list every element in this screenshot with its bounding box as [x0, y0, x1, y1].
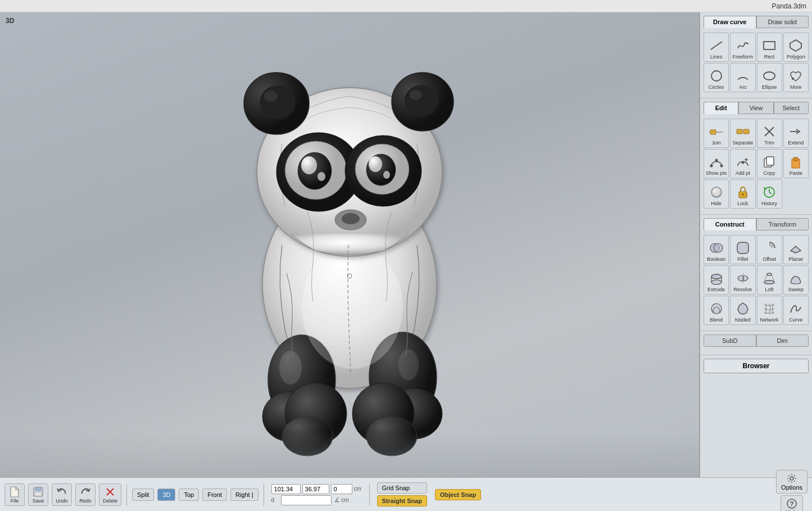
- help-button[interactable]: ? Help: [781, 495, 804, 511]
- coord-z-input[interactable]: [331, 484, 352, 494]
- separator-2: [264, 483, 264, 506]
- dim-btn[interactable]: Dim: [756, 334, 809, 347]
- blend-tool[interactable]: Blend: [704, 296, 729, 325]
- svg-line-32: [711, 42, 722, 49]
- fillet-icon: [735, 240, 751, 256]
- more-draw-tool[interactable]: More: [783, 63, 809, 92]
- revolve-tool[interactable]: Revolve: [730, 265, 755, 295]
- draw-solid-tab[interactable]: Draw solid: [756, 16, 809, 28]
- svg-point-74: [764, 281, 774, 284]
- boolean-tool[interactable]: Boolean: [704, 235, 729, 264]
- options-button[interactable]: Options: [776, 470, 808, 494]
- polygon-tool[interactable]: Polygon: [783, 33, 809, 62]
- subd-btn[interactable]: SubD: [704, 334, 756, 347]
- right-panel: Draw curve Draw solid Lines Freeform: [700, 12, 812, 477]
- curve-icon: [788, 301, 804, 316]
- view-front-button[interactable]: Front: [202, 489, 227, 501]
- loft-tool[interactable]: Loft: [757, 265, 782, 295]
- nsided-label: Nsided: [735, 318, 751, 323]
- edit-tab-group: Edit View Select: [704, 102, 809, 114]
- showpts-tool[interactable]: Show pts: [704, 149, 729, 178]
- redo-icon: [79, 486, 92, 498]
- sweep-tool[interactable]: Sweep: [783, 265, 809, 295]
- redo-label: Redo: [79, 498, 92, 504]
- extrude-label: Extrude: [707, 287, 725, 293]
- hide-tool[interactable]: Hide: [704, 179, 729, 209]
- more-draw-icon: [788, 68, 804, 84]
- view-right-button[interactable]: Right |: [230, 489, 258, 501]
- trim-tool[interactable]: Trim: [757, 119, 782, 148]
- fillet-tool[interactable]: Fillet: [730, 235, 755, 264]
- edit-tab[interactable]: Edit: [704, 102, 738, 114]
- copy-tool[interactable]: Copy: [757, 149, 782, 178]
- svg-point-23: [317, 172, 325, 181]
- history-tool[interactable]: History: [757, 179, 782, 209]
- offset-tool[interactable]: Offset: [757, 235, 782, 264]
- rect-tool[interactable]: Rect: [757, 33, 782, 62]
- lock-tool[interactable]: Lock: [730, 179, 755, 209]
- transform-tab[interactable]: Transform: [756, 218, 809, 230]
- offset-label: Offset: [763, 257, 776, 263]
- paste-label: Paste: [790, 171, 802, 177]
- view-tab[interactable]: View: [738, 102, 773, 114]
- browser-button[interactable]: Browser: [704, 359, 809, 373]
- join-tool[interactable]: Join: [704, 119, 729, 148]
- showpts-label: Show pts: [706, 171, 727, 177]
- separate-icon: [735, 124, 751, 139]
- arc-icon: [735, 68, 751, 84]
- addpt-tool[interactable]: Add pt: [730, 149, 755, 178]
- ellipse-icon: [761, 68, 777, 84]
- curve-tool[interactable]: Curve: [783, 296, 809, 325]
- nsided-tool[interactable]: Nsided: [730, 296, 755, 325]
- svg-point-59: [714, 190, 716, 192]
- draw-curve-tab[interactable]: Draw curve: [704, 16, 756, 28]
- trim-icon: [761, 124, 777, 139]
- extrude-tool[interactable]: Extrude: [704, 265, 729, 295]
- polygon-label: Polygon: [787, 55, 805, 60]
- svg-rect-38: [710, 130, 716, 134]
- separate-tool[interactable]: Separate: [730, 119, 755, 148]
- arc-tool[interactable]: Arc: [730, 63, 755, 92]
- paste-tool[interactable]: Paste: [783, 149, 809, 178]
- select-tab[interactable]: Select: [774, 102, 809, 114]
- construct-tab[interactable]: Construct: [704, 218, 756, 230]
- view-top-button[interactable]: Top: [179, 489, 199, 501]
- more-draw-label: More: [790, 85, 802, 91]
- svg-rect-33: [764, 42, 775, 49]
- svg-point-30: [342, 213, 360, 224]
- circles-tool[interactable]: Circles: [704, 63, 729, 92]
- grid-snap-button[interactable]: Grid Snap: [377, 482, 428, 494]
- split-button[interactable]: Split: [132, 489, 154, 501]
- svg-marker-34: [790, 40, 801, 51]
- delete-button[interactable]: Delete: [99, 483, 121, 506]
- extend-tool[interactable]: Extend: [783, 119, 809, 148]
- network-tool[interactable]: Network: [757, 296, 782, 325]
- construct-tool-grid: Boolean Fillet: [704, 235, 809, 325]
- title-text: Panda.3dm: [772, 2, 806, 10]
- viewport[interactable]: 3D: [0, 12, 700, 477]
- coord-x-input[interactable]: [271, 484, 301, 494]
- fillet-label: Fillet: [737, 257, 748, 263]
- planar-tool[interactable]: Planar: [783, 235, 809, 264]
- coord-d-input[interactable]: [281, 495, 332, 505]
- freeform-label: Freeform: [733, 55, 754, 60]
- extrude-icon: [709, 270, 724, 286]
- coord-y-input[interactable]: [302, 484, 329, 494]
- undo-button[interactable]: Undo: [52, 483, 72, 506]
- construct-section: Construct Transform Boolean: [700, 215, 812, 331]
- freeform-tool[interactable]: Freeform: [730, 33, 755, 62]
- view-3d-button[interactable]: 3D: [157, 489, 175, 501]
- file-button[interactable]: File: [4, 483, 25, 506]
- showpts-icon: [709, 154, 724, 170]
- redo-button[interactable]: Redo: [75, 483, 96, 506]
- ellipse-tool[interactable]: Ellipse: [757, 63, 782, 92]
- save-icon: [32, 486, 44, 498]
- draw-section: Draw curve Draw solid Lines Freeform: [700, 12, 812, 98]
- object-snap-button[interactable]: Object Snap: [435, 489, 481, 500]
- sweep-icon: [788, 270, 804, 286]
- object-snap-group: Object Snap: [435, 489, 481, 500]
- save-button[interactable]: Save: [28, 483, 48, 506]
- extend-label: Extend: [788, 141, 804, 146]
- straight-snap-button[interactable]: Straight Snap: [377, 495, 428, 507]
- lines-tool[interactable]: Lines: [704, 33, 729, 62]
